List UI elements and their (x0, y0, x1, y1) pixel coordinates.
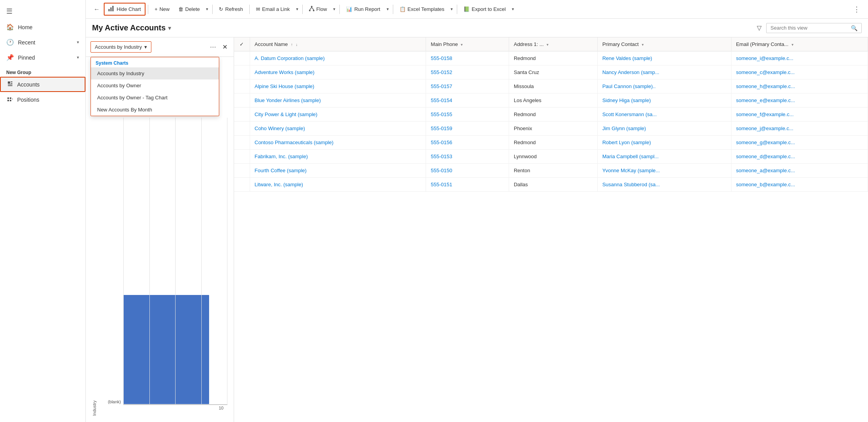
phone-cell: 555-0156 (426, 136, 509, 150)
report-chevron[interactable]: ▾ (385, 4, 391, 14)
email-chevron[interactable]: ▾ (295, 4, 300, 14)
contact-cell[interactable]: Paul Cannon (sample).. (597, 79, 731, 94)
table-row: Fourth Coffee (sample) 555-0150 Renton Y… (234, 164, 868, 178)
email-cell[interactable]: someone_d@example.c... (731, 150, 868, 164)
search-input[interactable] (770, 25, 848, 31)
email-column[interactable]: Email (Primary Conta... ▾ (731, 37, 868, 51)
email-cell[interactable]: someone_c@example.c... (731, 65, 868, 79)
flow-button[interactable]: Flow (305, 4, 331, 15)
address-cell: Missoula (509, 79, 597, 94)
row-checkbox[interactable] (234, 178, 250, 192)
account-name-column[interactable]: Account Name ↑ ↓ (250, 37, 426, 51)
export-chevron[interactable]: ▾ (510, 4, 516, 14)
phone-cell: 555-0150 (426, 164, 509, 178)
excel-templates-button[interactable]: 📋 Excel Templates (396, 4, 448, 14)
row-checkbox[interactable] (234, 51, 250, 65)
run-report-button[interactable]: 📊 Run Report (342, 4, 384, 14)
chart-selector[interactable]: Accounts by Industry ▾ (91, 41, 151, 53)
contact-cell[interactable]: Robert Lyon (sample) (597, 136, 731, 150)
email-cell[interactable]: someone_a@example.c... (731, 164, 868, 178)
account-name-cell[interactable]: Contoso Pharmaceuticals (sample) (250, 136, 426, 150)
svg-rect-7 (10, 97, 11, 99)
address-cell: Renton (509, 164, 597, 178)
email-link-button[interactable]: ✉ Email a Link (252, 4, 294, 14)
chart-body: Industry (blank) (86, 111, 234, 422)
account-name-cell[interactable]: City Power & Light (sample) (250, 108, 426, 122)
chart-dropdown-item-by-month[interactable]: New Accounts By Month (91, 104, 219, 116)
contact-cell[interactable]: Jim Glynn (sample) (597, 122, 731, 136)
contact-cell[interactable]: Yvonne McKay (sample... (597, 164, 731, 178)
excel-templates-chevron[interactable]: ▾ (449, 4, 454, 14)
email-cell[interactable]: someone_i@example.c... (731, 51, 868, 65)
row-checkbox[interactable] (234, 79, 250, 94)
sidebar-home-label: Home (18, 24, 32, 30)
chart-more-icon[interactable]: ⋯ (208, 42, 218, 52)
email-cell[interactable]: someone_h@example.c... (731, 79, 868, 94)
row-checkbox[interactable] (234, 136, 250, 150)
contact-cell[interactable]: Maria Campbell (sampl... (597, 150, 731, 164)
flow-chevron[interactable]: ▾ (332, 4, 337, 14)
svg-rect-1 (11, 81, 12, 82)
filter-icon[interactable]: ▽ (755, 23, 763, 33)
separator (393, 5, 393, 14)
primary-contact-column[interactable]: Primary Contact ▾ (597, 37, 731, 51)
new-button[interactable]: + New (151, 4, 174, 14)
more-options-button[interactable]: ⋮ (850, 3, 863, 16)
row-checkbox[interactable] (234, 65, 250, 79)
main-phone-column[interactable]: Main Phone ▾ (426, 37, 509, 51)
account-name-cell[interactable]: Blue Yonder Airlines (sample) (250, 94, 426, 108)
chart-dropdown-item-owner-tag[interactable]: Accounts by Owner - Tag Chart (91, 92, 219, 104)
table-body: A. Datum Corporation (sample) 555-0158 R… (234, 51, 868, 192)
hide-chart-button[interactable]: Hide Chart (104, 3, 146, 16)
hamburger-button[interactable]: ☰ (0, 3, 85, 19)
account-name-cell[interactable]: Fabrikam, Inc. (sample) (250, 150, 426, 164)
chart-selector-chevron-icon: ▾ (144, 44, 147, 50)
email-cell[interactable]: someone_j@example.c... (731, 122, 868, 136)
delete-chevron[interactable]: ▾ (204, 4, 210, 14)
account-name-cell[interactable]: Litware, Inc. (sample) (250, 178, 426, 192)
row-checkbox[interactable] (234, 108, 250, 122)
export-excel-button[interactable]: 📗 Export to Excel (460, 4, 509, 14)
contact-cell[interactable]: Rene Valdes (sample) (597, 51, 731, 65)
chart-x-value: 10 (219, 406, 224, 410)
back-button[interactable]: ← (91, 4, 103, 15)
refresh-button[interactable]: ↻ Refresh (215, 4, 247, 14)
table-container[interactable]: ✓ Account Name ↑ ↓ Main Phone ▾ (234, 37, 868, 422)
chart-dropdown-item-industry[interactable]: Accounts by Industry (91, 67, 219, 79)
excel-templates-icon: 📋 (399, 6, 406, 12)
address-column[interactable]: Address 1: ... ▾ (509, 37, 597, 51)
phone-cell: 555-0152 (426, 65, 509, 79)
column-chevron-icon: ▾ (461, 42, 463, 47)
select-all-column[interactable]: ✓ (234, 37, 250, 51)
contact-cell[interactable]: Nancy Anderson (samp... (597, 65, 731, 79)
email-cell[interactable]: someone_e@example.c... (731, 94, 868, 108)
chart-dropdown-item-owner[interactable]: Accounts by Owner (91, 79, 219, 92)
contact-cell[interactable]: Scott Konersmann (sa... (597, 108, 731, 122)
contact-cell[interactable]: Sidney Higa (sample) (597, 94, 731, 108)
sidebar-item-positions[interactable]: Positions (0, 92, 85, 107)
email-cell[interactable]: someone_g@example.c... (731, 136, 868, 150)
row-checkbox[interactable] (234, 150, 250, 164)
sidebar-item-accounts[interactable]: Accounts (0, 77, 85, 92)
sidebar-item-pinned[interactable]: 📌 Pinned ▾ (0, 50, 85, 65)
title-chevron-icon[interactable]: ▾ (168, 25, 171, 31)
account-name-cell[interactable]: Fourth Coffee (sample) (250, 164, 426, 178)
row-checkbox[interactable] (234, 94, 250, 108)
contact-cell[interactable]: Susanna Stubberod (sa... (597, 178, 731, 192)
export-icon: 📗 (463, 6, 470, 12)
sidebar-item-home[interactable]: 🏠 Home (0, 19, 85, 35)
svg-rect-4 (8, 86, 12, 86)
account-name-cell[interactable]: Coho Winery (sample) (250, 122, 426, 136)
chart-panel: Accounts by Industry ▾ ⋯ ✕ System Charts… (86, 37, 234, 422)
email-cell[interactable]: someone_f@example.c... (731, 108, 868, 122)
sidebar-item-recent[interactable]: 🕐 Recent ▾ (0, 35, 85, 50)
account-name-cell[interactable]: A. Datum Corporation (sample) (250, 51, 426, 65)
email-cell[interactable]: someone_b@example.c... (731, 178, 868, 192)
chart-close-icon[interactable]: ✕ (221, 42, 229, 52)
row-checkbox[interactable] (234, 122, 250, 136)
table-row: A. Datum Corporation (sample) 555-0158 R… (234, 51, 868, 65)
delete-button[interactable]: 🗑 Delete (174, 4, 204, 14)
row-checkbox[interactable] (234, 164, 250, 178)
account-name-cell[interactable]: Adventure Works (sample) (250, 65, 426, 79)
account-name-cell[interactable]: Alpine Ski House (sample) (250, 79, 426, 94)
